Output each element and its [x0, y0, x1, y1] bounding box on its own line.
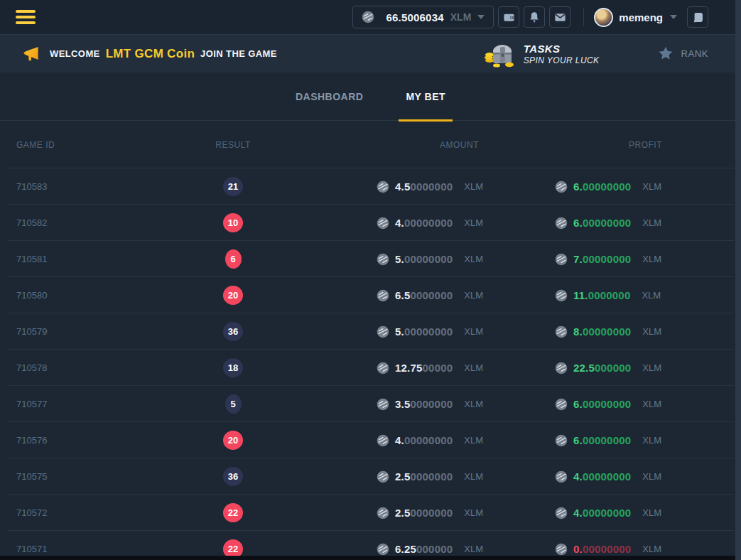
- table-row[interactable]: 7105781812.7500000XLM22.5000000XLM: [0, 350, 741, 386]
- result-badge: 36: [223, 322, 243, 341]
- table-body: 710583214.50000000XLM6.00000000XLM710582…: [0, 168, 741, 560]
- profit-cell: 7.00000000XLM: [521, 253, 728, 266]
- xlm-coin-icon: [377, 362, 395, 375]
- xlm-coin-icon: [377, 181, 395, 193]
- table-row[interactable]: 710575362.50000000XLM4.00000000XLM: [0, 458, 741, 495]
- table-row[interactable]: 710583214.50000000XLM6.00000000XLM: [0, 168, 741, 205]
- game-id: 710575: [16, 471, 151, 482]
- balance-selector[interactable]: 66.5006034 XLM: [352, 6, 494, 28]
- wallet-button[interactable]: [498, 6, 519, 28]
- menu-icon[interactable]: [16, 7, 36, 27]
- profit-currency: XLM: [642, 217, 661, 228]
- mail-icon: [553, 11, 567, 24]
- xlm-coin-icon: [555, 507, 573, 519]
- xlm-coin-icon: [377, 434, 395, 447]
- amount-currency: XLM: [464, 399, 483, 409]
- topbar: 66.5006034 XLM memeng: [0, 0, 741, 34]
- xlm-coin-icon: [377, 325, 395, 338]
- result-cell: 5: [151, 394, 315, 414]
- chat-button[interactable]: [687, 6, 708, 28]
- tasks-widget[interactable]: TASKS SPIN YOUR LUCK: [482, 40, 600, 68]
- amount-value: 6.25000000: [395, 543, 453, 555]
- welcome-prefix: WELCOME: [50, 48, 100, 59]
- table-row[interactable]: 71057753.50000000XLM6.00000000XLM: [0, 386, 741, 422]
- table-row[interactable]: 71058165.00000000XLM7.00000000XLM: [0, 241, 741, 277]
- amount-value: 6.50000000: [395, 289, 453, 301]
- xlm-coin-icon: [555, 470, 573, 483]
- result-badge: 5: [225, 394, 242, 414]
- profit-currency: XLM: [642, 254, 661, 264]
- amount-currency: XLM: [464, 362, 483, 373]
- game-id: 710577: [16, 399, 151, 409]
- amount-cell: 3.50000000XLM: [315, 398, 521, 411]
- scrollbar[interactable]: [735, 0, 741, 560]
- amount-cell: 4.50000000XLM: [315, 181, 521, 193]
- xlm-coin-icon: [377, 507, 395, 519]
- xlm-coin-icon: [555, 289, 573, 302]
- profit-cell: 6.00000000XLM: [521, 398, 728, 411]
- table-row[interactable]: 710582104.00000000XLM6.00000000XLM: [0, 205, 741, 241]
- game-id: 710571: [16, 544, 151, 554]
- profit-value: 11.0000000: [573, 289, 630, 301]
- amount-cell: 5.00000000XLM: [315, 253, 521, 266]
- my-bet-table: GAME ID RESULT AMOUNT PROFIT 710583214.5…: [0, 121, 741, 560]
- wallet-icon: [502, 11, 516, 24]
- table-header: GAME ID RESULT AMOUNT PROFIT: [0, 121, 741, 168]
- profit-currency: XLM: [642, 290, 661, 301]
- treasure-chest-icon: [482, 40, 516, 68]
- profit-value: 6.00000000: [573, 217, 631, 229]
- chevron-down-icon: [670, 15, 677, 19]
- amount-currency: XLM: [464, 254, 483, 264]
- profit-cell: 0.00000000XLM: [521, 543, 728, 556]
- xlm-coin-icon: [555, 362, 573, 375]
- xlm-coin-icon: [555, 398, 573, 411]
- amount-currency: XLM: [464, 181, 483, 192]
- amount-value: 4.00000000: [395, 434, 453, 446]
- table-row[interactable]: 710572222.50000000XLM4.00000000XLM: [0, 495, 741, 531]
- table-row[interactable]: 710576204.00000000XLM6.00000000XLM: [0, 422, 741, 458]
- result-badge: 20: [223, 286, 243, 305]
- result-badge: 36: [223, 467, 243, 486]
- welcome-message: WELCOME LMT GCM Coin JOIN THE GAME: [50, 47, 277, 61]
- footer-edge: [0, 556, 735, 560]
- table-row[interactable]: 710579365.00000000XLM8.00000000XLM: [0, 313, 741, 350]
- profit-value: 6.00000000: [573, 398, 631, 410]
- profit-cell: 4.00000000XLM: [521, 470, 728, 483]
- megaphone-icon: [21, 44, 40, 63]
- tab-my-bet[interactable]: MY BET: [399, 72, 453, 121]
- profit-cell: 6.00000000XLM: [521, 217, 728, 230]
- amount-value: 5.00000000: [395, 325, 453, 338]
- amount-cell: 2.50000000XLM: [315, 507, 521, 519]
- rank-widget[interactable]: RANK: [657, 45, 708, 62]
- header-result: RESULT: [151, 140, 315, 150]
- amount-cell: 6.50000000XLM: [315, 289, 521, 302]
- amount-currency: XLM: [464, 435, 483, 446]
- notifications-button[interactable]: [524, 6, 545, 28]
- profit-cell: 6.00000000XLM: [521, 434, 728, 447]
- tasks-subtitle: SPIN YOUR LUCK: [524, 55, 600, 65]
- amount-cell: 5.00000000XLM: [315, 325, 521, 338]
- amount-currency: XLM: [464, 507, 483, 518]
- amount-cell: 12.7500000XLM: [315, 362, 521, 375]
- xlm-coin-icon: [377, 289, 395, 302]
- amount-currency: XLM: [464, 544, 483, 554]
- game-id: 710582: [16, 217, 151, 228]
- chat-icon: [691, 11, 705, 24]
- tab-dashboard[interactable]: DASHBOARD: [288, 72, 371, 121]
- header-amount: AMOUNT: [315, 140, 521, 150]
- star-icon: [657, 45, 674, 62]
- username: memeng: [619, 11, 663, 23]
- messages-button[interactable]: [549, 6, 570, 28]
- profit-currency: XLM: [642, 181, 661, 192]
- amount-value: 2.50000000: [395, 470, 453, 483]
- profit-currency: XLM: [642, 399, 661, 409]
- amount-cell: 6.25000000XLM: [315, 543, 521, 556]
- profit-value: 6.00000000: [573, 181, 631, 193]
- profit-value: 22.5000000: [573, 362, 631, 374]
- user-menu[interactable]: memeng: [594, 8, 677, 27]
- header-profit: PROFIT: [521, 140, 728, 150]
- game-id: 710583: [16, 181, 151, 192]
- amount-cell: 2.50000000XLM: [315, 470, 521, 483]
- xlm-coin-icon: [555, 217, 573, 230]
- table-row[interactable]: 710580206.50000000XLM11.0000000XLM: [0, 277, 741, 313]
